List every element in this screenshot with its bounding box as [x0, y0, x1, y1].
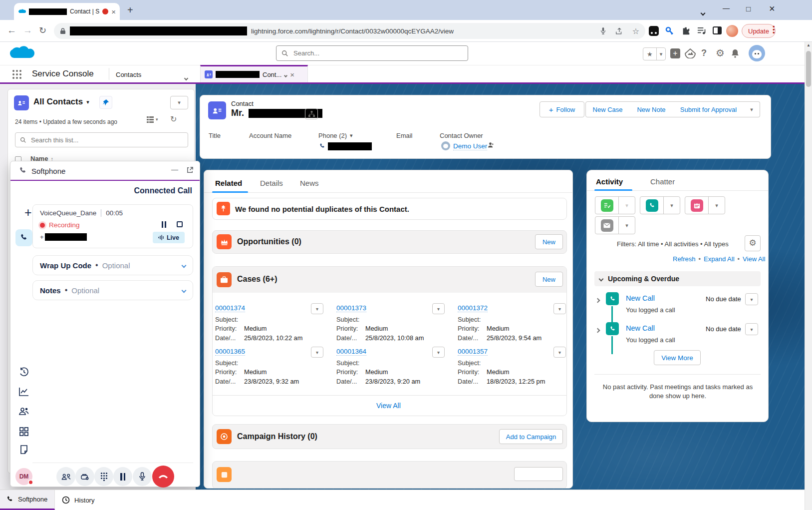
new-tab-button[interactable]: +: [127, 4, 133, 16]
end-call-button[interactable]: [152, 466, 174, 488]
live-transcription-badge[interactable]: Live: [153, 232, 185, 243]
workspace-tab-caret-icon[interactable]: [284, 70, 287, 79]
case-row-actions-button[interactable]: ▾: [432, 347, 445, 358]
share-icon[interactable]: [615, 27, 623, 35]
timeline-item-actions-button[interactable]: ▾: [745, 293, 758, 305]
utility-history-tab[interactable]: History: [55, 490, 101, 510]
nav-tab-contacts[interactable]: Contacts: [116, 71, 141, 78]
rail-contacts-icon[interactable]: [19, 407, 29, 416]
extension-media-icon[interactable]: [649, 26, 659, 36]
agent-avatar[interactable]: DM: [15, 468, 32, 485]
new-case-button[interactable]: New Case: [585, 101, 630, 117]
rail-add-icon[interactable]: +: [24, 205, 32, 220]
scrollbar-thumb[interactable]: [806, 51, 811, 87]
activity-filter-gear-button[interactable]: ⚙: [745, 235, 761, 251]
list-refresh-icon[interactable]: ↻: [170, 114, 177, 124]
nav-contacts-caret-icon[interactable]: [185, 73, 188, 82]
next-related-list-button[interactable]: [514, 467, 563, 481]
rail-phone-active[interactable]: [15, 229, 32, 246]
new-event-combo[interactable]: ▾: [685, 196, 725, 214]
notifications-bell-icon[interactable]: [731, 48, 740, 58]
cases-title[interactable]: Cases (6+): [237, 275, 277, 284]
add-to-campaign-button[interactable]: Add to Campaign: [499, 429, 563, 444]
expand-all-link[interactable]: Expand All: [704, 255, 734, 263]
workspace-tab-contact[interactable]: Cont... ×: [200, 65, 308, 82]
case-row-actions-button[interactable]: ▾: [311, 347, 323, 358]
opportunities-new-button[interactable]: New: [535, 234, 563, 249]
new-task-combo[interactable]: ▾: [595, 196, 635, 214]
user-avatar[interactable]: [749, 45, 765, 61]
back-button[interactable]: ←: [7, 25, 16, 36]
case-link[interactable]: 00001374: [215, 304, 245, 312]
case-row-actions-button[interactable]: ▾: [553, 303, 566, 314]
update-button[interactable]: Update: [742, 24, 776, 38]
record-tab-news[interactable]: News: [300, 179, 319, 187]
side-panel-icon[interactable]: [713, 26, 722, 34]
list-search-input[interactable]: [30, 136, 183, 144]
case-link[interactable]: 00001365: [215, 348, 245, 356]
display-as-button[interactable]: ▾: [147, 116, 158, 123]
mic-icon[interactable]: [600, 27, 606, 35]
playlist-icon[interactable]: [697, 26, 706, 35]
owner-link[interactable]: Demo User: [453, 142, 487, 150]
timeline-item-title[interactable]: New Call: [626, 324, 655, 332]
change-owner-icon[interactable]: [488, 142, 494, 148]
new-event-caret-icon[interactable]: ▾: [709, 202, 725, 209]
case-link[interactable]: 00001357: [458, 348, 488, 356]
reload-button[interactable]: ↻: [39, 25, 46, 36]
rail-analytics-icon[interactable]: [19, 387, 29, 396]
log-call-caret-icon[interactable]: ▾: [664, 202, 680, 209]
timeline-item-title[interactable]: New Call: [626, 294, 655, 302]
tab-chatter[interactable]: Chatter: [650, 177, 675, 186]
case-row-actions-button[interactable]: ▾: [311, 303, 323, 314]
utility-softphone-tab[interactable]: Softphone: [0, 490, 55, 510]
wrapup-section[interactable]: Wrap Up Code • Optional: [32, 255, 193, 275]
browser-profile-avatar[interactable]: [726, 25, 738, 37]
dialpad-button[interactable]: [94, 467, 113, 486]
softphone-minimize-icon[interactable]: —: [171, 165, 178, 173]
rail-notes-icon[interactable]: [19, 445, 28, 454]
timeline-item-actions-button[interactable]: ▾: [745, 323, 758, 335]
app-launcher-waffle-icon[interactable]: [12, 69, 22, 79]
list-view-title[interactable]: All Contacts: [33, 97, 83, 107]
window-close-button[interactable]: ×: [769, 3, 775, 14]
global-search-input[interactable]: [292, 49, 463, 57]
case-link[interactable]: 00001364: [336, 348, 366, 356]
window-maximize-button[interactable]: □: [746, 4, 751, 13]
cases-view-all-link[interactable]: View All: [376, 402, 401, 410]
follow-button[interactable]: + Follow: [540, 101, 584, 117]
opportunities-title[interactable]: Opportunities (0): [237, 237, 301, 246]
email-combo[interactable]: ▾: [595, 216, 635, 234]
rail-apps-grid-icon[interactable]: [19, 427, 28, 436]
timeline-expand-icon[interactable]: [596, 325, 599, 334]
bookmark-star-icon[interactable]: ☆: [632, 26, 639, 36]
rail-history-icon[interactable]: [19, 367, 29, 377]
refresh-link[interactable]: Refresh: [673, 255, 696, 263]
page-scrollbar[interactable]: ▲: [805, 42, 812, 510]
submit-for-approval-button[interactable]: Submit for Approval: [673, 101, 744, 117]
window-minimize-button[interactable]: —: [723, 4, 730, 12]
pause-recording-button[interactable]: [162, 221, 166, 228]
pin-button[interactable]: [99, 96, 112, 109]
help-icon[interactable]: ?: [701, 48, 707, 58]
list-search-box[interactable]: [15, 132, 188, 147]
email-caret-icon[interactable]: ▾: [619, 222, 635, 229]
extension-key-icon[interactable]: [665, 26, 674, 35]
stop-recording-button[interactable]: [177, 221, 183, 227]
notes-section[interactable]: Notes • Optional: [32, 280, 193, 300]
upcoming-overdue-header[interactable]: Upcoming & Overdue: [594, 271, 761, 286]
trailhead-icon[interactable]: [685, 48, 696, 58]
omnibox[interactable]: lightning.force.com/lightning/r/Contact/…: [54, 23, 645, 39]
view-all-link[interactable]: View All: [743, 255, 765, 263]
campaign-title[interactable]: Campaign History (0): [237, 432, 317, 441]
new-note-button[interactable]: New Note: [629, 101, 674, 117]
timeline-expand-icon[interactable]: [596, 295, 599, 304]
redacted-phone-value[interactable]: [328, 142, 372, 150]
browser-menu-kebab-icon[interactable]: •••: [773, 25, 775, 34]
transfer-call-button[interactable]: [56, 467, 75, 486]
favorites-button[interactable]: ★ ▾: [643, 47, 666, 60]
device-settings-button[interactable]: [75, 467, 94, 486]
tab-activity[interactable]: Activity: [596, 177, 623, 186]
view-more-button[interactable]: View More: [654, 350, 701, 365]
url-text[interactable]: lightning.force.com/lightning/r/Contact/…: [251, 27, 454, 35]
